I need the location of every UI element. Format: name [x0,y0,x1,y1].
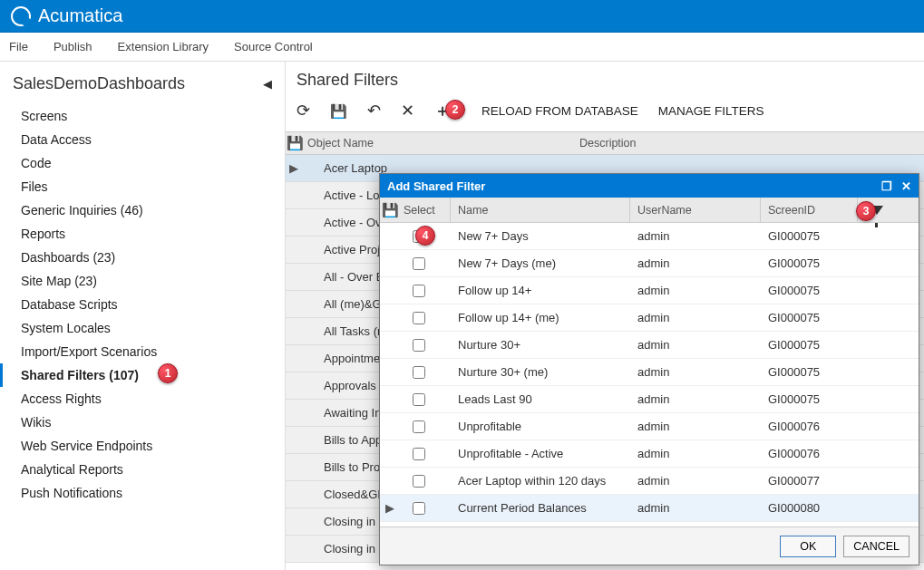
sidebar-item[interactable]: Screens [0,104,285,128]
row-select-checkbox[interactable] [413,257,425,270]
sidebar-item[interactable]: System Locales [0,316,285,340]
dialog-save-column-icon[interactable]: 💾 [380,202,400,218]
dialog-maximize-icon[interactable]: ❐ [881,179,892,193]
dialog-row[interactable]: ▶Current Period BalancesadminGI000080 [380,495,919,522]
manage-filters-button[interactable]: MANAGE FILTERS [658,104,764,118]
ok-button[interactable]: OK [780,536,836,557]
row-select-checkbox[interactable] [413,339,425,352]
dialog-row[interactable]: Unprofitable - ActiveadminGI000076 [380,440,919,468]
sidebar-item[interactable]: Data Access [0,128,285,151]
column-object-name[interactable]: Object Name [304,137,576,150]
dialog-close-icon[interactable]: ✕ [901,179,911,193]
sidebar-item[interactable]: Database Scripts [0,293,285,316]
cell-username: admin [630,447,761,460]
dialog-row[interactable]: Follow up 14+adminGI000075 [380,277,919,304]
menu-extension-library[interactable]: Extension Library [118,40,209,53]
sidebar-item[interactable]: Analytical Reports [0,458,285,481]
cell-username: admin [630,338,761,352]
sidebar-item[interactable]: Dashboards (23) [0,246,285,269]
sidebar-item[interactable]: Push Notifications [0,481,285,505]
row-select-checkbox[interactable] [413,475,425,488]
sidebar-item[interactable]: Files [0,175,285,198]
save-column-icon[interactable]: 💾 [286,135,304,151]
cell-username: admin [630,501,761,515]
sidebar: SalesDemoDashboards ◀ ScreensData Access… [0,62,286,570]
callout-badge-3: 3 [856,201,876,221]
collapse-sidebar-icon[interactable]: ◀ [263,77,272,91]
cell-name: Nurture 30+ [451,338,630,352]
sidebar-item[interactable]: Site Map (23) [0,269,285,293]
toolbar: ⟳ 💾 ↶ ✕ ＋ RELOAD FROM DATABASE MANAGE FI… [286,95,924,131]
cell-username: admin [630,256,761,270]
menu-source-control[interactable]: Source Control [234,40,313,53]
row-select-checkbox[interactable] [413,393,425,406]
brand-bar: Acumatica [0,0,924,33]
cell-name: Follow up 14+ (me) [451,311,630,324]
dialog-row[interactable]: UnprofitableadminGI000076 [380,413,919,440]
cell-username: admin [630,311,761,324]
dialog-row[interactable]: New 7+ Days (me)adminGI000075 [380,250,919,277]
menu-bar: File Publish Extension Library Source Co… [0,33,924,62]
cell-screenid: GI000076 [761,447,857,460]
dialog-col-screenid[interactable]: ScreenID [761,198,857,222]
sidebar-title: SalesDemoDashboards [13,74,185,93]
cell-screenid: GI000080 [761,501,857,515]
dialog-row[interactable]: Acer Laptop within 120 daysadminGI000077 [380,468,919,495]
cell-screenid: GI000076 [761,420,857,433]
cell-name: Nurture 30+ (me) [451,365,630,379]
cell-username: admin [630,229,761,243]
row-select-checkbox[interactable] [413,366,425,379]
reload-from-database-button[interactable]: RELOAD FROM DATABASE [481,104,638,118]
cell-name: Follow up 14+ [451,284,630,297]
cell-screenid: GI000077 [761,474,857,488]
delete-icon[interactable]: ✕ [401,102,414,119]
cell-username: admin [630,392,761,406]
row-select-checkbox[interactable] [413,502,425,515]
save-icon[interactable]: 💾 [330,104,347,118]
dialog-col-username[interactable]: UserName [630,198,761,222]
cell-name: New 7+ Days [451,229,630,243]
page-title: Shared Filters [286,62,924,95]
brand-name: Acumatica [38,5,122,26]
sidebar-item[interactable]: Code [0,151,285,175]
cell-name: Unprofitable - Active [451,447,630,460]
cell-username: admin [630,474,761,488]
menu-publish[interactable]: Publish [53,40,92,53]
grid-header: 💾 Object Name Description [286,131,924,155]
row-select-checkbox[interactable] [413,312,425,324]
dialog-row[interactable]: Follow up 14+ (me)adminGI000075 [380,304,919,332]
dialog-title: Add Shared Filter [387,179,485,193]
row-select-checkbox[interactable] [413,420,425,433]
cell-username: admin [630,365,761,379]
add-shared-filter-dialog: Add Shared Filter ❐ ✕ 💾 Select Name User… [379,173,919,565]
refresh-icon[interactable]: ⟳ [297,102,310,119]
sidebar-item[interactable]: Import/Export Scenarios [0,340,285,363]
cell-username: admin [630,420,761,433]
column-description[interactable]: Description [576,137,924,150]
sidebar-item[interactable]: Wikis [0,411,285,434]
menu-file[interactable]: File [9,40,28,53]
row-select-checkbox[interactable] [413,448,425,460]
sidebar-item[interactable]: Access Rights [0,387,285,411]
cell-screenid: GI000075 [761,392,857,406]
row-select-checkbox[interactable] [413,285,425,297]
cell-name: New 7+ Days (me) [451,256,630,270]
cancel-button[interactable]: CANCEL [843,536,909,557]
sidebar-item[interactable]: Shared Filters (107) [0,363,285,387]
dialog-col-name[interactable]: Name [451,198,630,222]
dialog-row[interactable]: Leads Last 90adminGI000075 [380,386,919,413]
sidebar-item[interactable]: Generic Inquiries (46) [0,198,285,222]
cell-screenid: GI000075 [761,338,857,352]
undo-icon[interactable]: ↶ [367,102,381,119]
dialog-row[interactable]: Nurture 30+ (me)adminGI000075 [380,359,919,386]
cell-screenid: GI000075 [761,311,857,324]
sidebar-item[interactable]: Reports [0,222,285,246]
cell-name: Acer Laptop within 120 days [451,474,630,488]
cell-name: Unprofitable [451,420,630,433]
callout-badge-1: 1 [158,363,178,383]
dialog-col-select[interactable]: Select [400,198,451,222]
dialog-row[interactable]: Nurture 30+adminGI000075 [380,332,919,359]
dialog-row[interactable]: New 7+ DaysadminGI000075 [380,223,919,250]
callout-badge-2: 2 [445,100,465,120]
sidebar-item[interactable]: Web Service Endpoints [0,434,285,458]
